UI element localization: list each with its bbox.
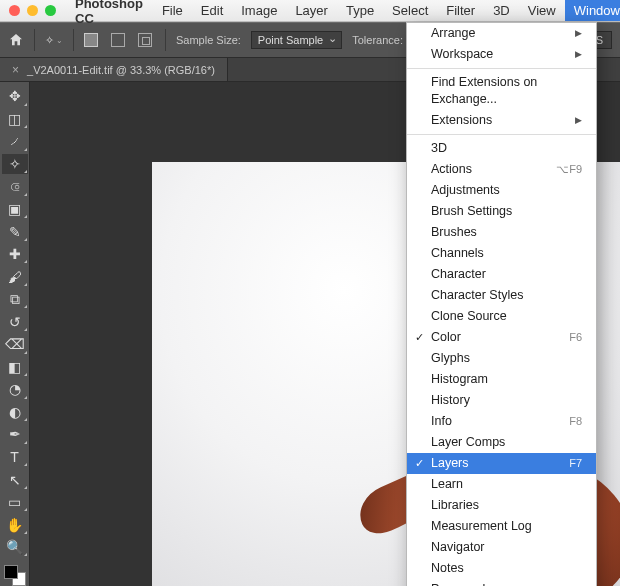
menubar: Photoshop CC FileEditImageLayerTypeSelec… [0,0,620,22]
separator [73,29,74,51]
marquee-tool[interactable]: ◫ [2,109,28,130]
window-controls [0,5,65,16]
menuitem-histogram[interactable]: Histogram [407,369,596,390]
menu-layer[interactable]: Layer [286,0,337,21]
menu-3d[interactable]: 3D [484,0,519,21]
menuitem-character[interactable]: Character [407,264,596,285]
eraser-tool[interactable]: ⌫ [2,334,28,355]
fg-color-swatch[interactable] [4,565,18,579]
menu-image[interactable]: Image [232,0,286,21]
stamp-tool[interactable]: ⧉ [2,289,28,310]
separator [34,29,35,51]
eyedropper-tool[interactable]: ✎ [2,221,28,242]
menuitem-adjustments[interactable]: Adjustments [407,180,596,201]
menuitem-brush-settings[interactable]: Brush Settings [407,201,596,222]
close-tab-icon[interactable]: × [12,63,19,77]
menuitem-libraries[interactable]: Libraries [407,495,596,516]
type-tool[interactable]: T [2,447,28,468]
history-brush-tool[interactable]: ↺ [2,311,28,332]
move-tool[interactable]: ✥ [2,86,28,107]
selection-add-icon[interactable] [111,33,125,47]
menuitem-glyphs[interactable]: Glyphs [407,348,596,369]
separator [165,29,166,51]
menuitem-find-extensions-on-exchange-[interactable]: Find Extensions on Exchange... [407,72,596,110]
menuitem-character-styles[interactable]: Character Styles [407,285,596,306]
document-tab[interactable]: × _V2A0011-Edit.tif @ 33.3% (RGB/16*) [0,58,228,81]
menuitem-notes[interactable]: Notes [407,558,596,579]
home-icon[interactable] [8,32,24,48]
menuitem-workspace[interactable]: Workspace [407,44,596,65]
menu-view[interactable]: View [519,0,565,21]
path-tool[interactable]: ↖ [2,469,28,490]
menuitem-clone-source[interactable]: Clone Source [407,306,596,327]
close-window[interactable] [9,5,20,16]
hand-tool[interactable]: ✋ [2,514,28,535]
menuitem-paragraph[interactable]: Paragraph [407,579,596,586]
gradient-tool[interactable]: ◧ [2,357,28,378]
document-tab-title: _V2A0011-Edit.tif @ 33.3% (RGB/16*) [27,64,215,76]
magic-wand-tool[interactable]: ✧ [2,154,28,175]
menuitem-measurement-log[interactable]: Measurement Log [407,516,596,537]
menuitem-actions[interactable]: Actions⌥F9 [407,159,596,180]
menu-filter[interactable]: Filter [437,0,484,21]
menuitem-extensions[interactable]: Extensions [407,110,596,131]
sample-size-label: Sample Size: [176,34,241,46]
window-menu-dropdown: ArrangeWorkspaceFind Extensions on Excha… [406,22,597,586]
blur-tool[interactable]: ◔ [2,379,28,400]
lasso-tool[interactable]: ⟋ [2,131,28,152]
crop-tool[interactable]: ⟃ [2,176,28,197]
menuitem-learn[interactable]: Learn [407,474,596,495]
menuitem-arrange[interactable]: Arrange [407,23,596,44]
menu-edit[interactable]: Edit [192,0,232,21]
tools-panel: ✥◫⟋✧⟃▣✎✚🖌⧉↺⌫◧◔◐✒T↖▭✋🔍 [0,82,30,586]
brush-tool[interactable]: 🖌 [2,266,28,287]
zoom-tool[interactable]: 🔍 [2,537,28,558]
sample-size-dropdown[interactable]: Point Sample [251,31,342,49]
dodge-tool[interactable]: ◐ [2,402,28,423]
menuitem-brushes[interactable]: Brushes [407,222,596,243]
healing-tool[interactable]: ✚ [2,244,28,265]
menu-type[interactable]: Type [337,0,383,21]
pen-tool[interactable]: ✒ [2,424,28,445]
menuitem-navigator[interactable]: Navigator [407,537,596,558]
menuitem-color[interactable]: ✓ColorF6 [407,327,596,348]
menuitem-layer-comps[interactable]: Layer Comps [407,432,596,453]
menu-window[interactable]: Window [565,0,620,21]
menuitem-layers[interactable]: ✓LayersF7 [407,453,596,474]
minimize-window[interactable] [27,5,38,16]
color-swatches[interactable] [4,565,26,586]
selection-subtract-icon[interactable] [138,33,152,47]
tool-preset-icon[interactable]: ✧⌄ [45,34,63,47]
menu-file[interactable]: File [153,0,192,21]
menuitem-history[interactable]: History [407,390,596,411]
frame-tool[interactable]: ▣ [2,199,28,220]
shape-tool[interactable]: ▭ [2,492,28,513]
menuitem-3d[interactable]: 3D [407,138,596,159]
menuitem-info[interactable]: InfoF8 [407,411,596,432]
menuitem-channels[interactable]: Channels [407,243,596,264]
tolerance-label: Tolerance: [352,34,403,46]
zoom-window[interactable] [45,5,56,16]
app-name: Photoshop CC [65,0,153,26]
menu-select[interactable]: Select [383,0,437,21]
selection-new-icon[interactable] [84,33,98,47]
